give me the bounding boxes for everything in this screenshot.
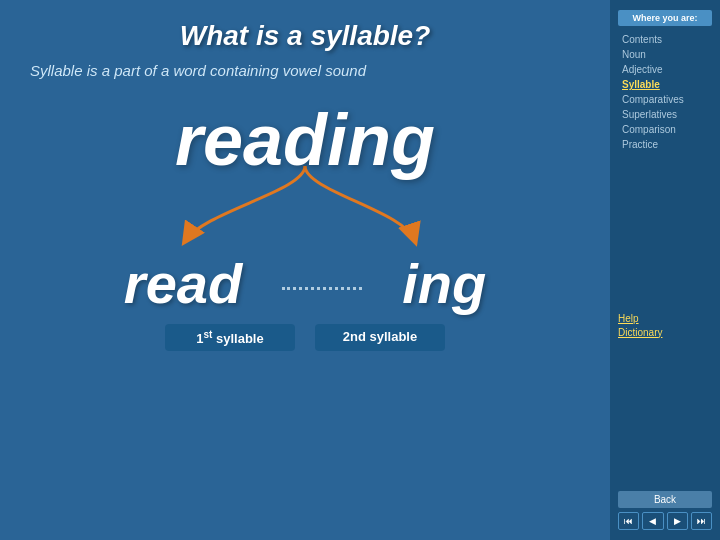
syllable1-badge: 1st syllable [165, 324, 295, 351]
where-you-are-label: Where you are: [618, 10, 712, 26]
page-title: What is a syllable? [30, 20, 580, 52]
nav-item-comparatives[interactable]: Comparatives [618, 92, 712, 107]
nav-item-adjective[interactable]: Adjective [618, 62, 712, 77]
nav-item-practice[interactable]: Practice [618, 137, 712, 152]
nav-last-button[interactable]: ⏭ [691, 512, 712, 530]
help-link[interactable]: Help [618, 313, 712, 324]
syllables-row: read ing [124, 251, 486, 316]
dotted-divider [282, 287, 362, 290]
syllable1-word: read [124, 251, 242, 316]
nav-first-button[interactable]: ⏮ [618, 512, 639, 530]
nav-prev-button[interactable]: ◀ [642, 512, 663, 530]
back-label: Back [618, 491, 712, 508]
page-subtitle: Syllable is a part of a word containing … [30, 62, 580, 79]
nav-next-button[interactable]: ▶ [667, 512, 688, 530]
syllable2-badge: 2nd syllable [315, 324, 445, 351]
sidebar-links: Help Dictionary [618, 313, 712, 341]
syllable-labels: 1st syllable 2nd syllable [30, 324, 580, 351]
nav-item-noun[interactable]: Noun [618, 47, 712, 62]
syllable1-label: 1st syllable [196, 331, 263, 346]
nav-item-comparison[interactable]: Comparison [618, 122, 712, 137]
nav-buttons: ⏮ ◀ ▶ ⏭ [618, 512, 712, 530]
main-word: reading [175, 99, 435, 181]
back-section: Back ⏮ ◀ ▶ ⏭ [618, 491, 712, 530]
nav-item-syllable[interactable]: Syllable [618, 77, 712, 92]
syllable2-label: 2nd syllable [343, 329, 417, 344]
diagram-area: reading read [30, 99, 580, 520]
nav-item-contents[interactable]: Contents [618, 32, 712, 47]
arrows-row [30, 181, 580, 241]
nav-list: Contents Noun Adjective Syllable Compara… [618, 32, 712, 152]
syllable2-word: ing [402, 251, 486, 316]
main-content: What is a syllable? Syllable is a part o… [0, 0, 610, 540]
sidebar: Where you are: Contents Noun Adjective S… [610, 0, 720, 540]
dictionary-link[interactable]: Dictionary [618, 327, 712, 338]
nav-item-superlatives[interactable]: Superlatives [618, 107, 712, 122]
